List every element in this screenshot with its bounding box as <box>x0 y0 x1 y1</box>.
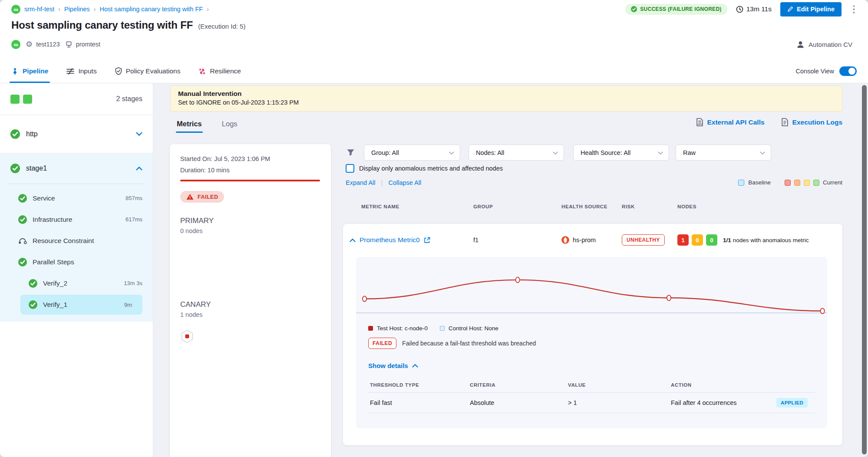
banner-message: Set to IGNORE on 05-Jul-2023 1:15:23 PM <box>178 99 835 106</box>
tab-resilience[interactable]: Resilience <box>198 59 241 83</box>
chart-legend: Test Host: c-node-0 Control Host: None <box>368 325 827 332</box>
execution-title-row: Host sampling canary testing with FF (Ex… <box>11 19 245 31</box>
test-host-swatch <box>368 326 373 331</box>
analysis-reason-row: FAILED Failed because a fail-fast thresh… <box>368 338 827 349</box>
column-header-risk: RISK <box>622 204 677 209</box>
breadcrumb-separator: › <box>58 6 60 13</box>
canary-node-hexagon[interactable] <box>180 329 320 345</box>
control-host-swatch <box>440 326 445 331</box>
clock-icon <box>736 6 743 13</box>
divider <box>9 184 144 184</box>
environment-icon <box>65 41 73 48</box>
svg-text:API: API <box>697 123 702 125</box>
current-swatch-red <box>785 180 791 186</box>
column-header-metric-name: METRIC NAME <box>361 204 473 209</box>
canary-group-label: CANARY <box>180 300 320 309</box>
more-options-icon[interactable] <box>850 4 858 14</box>
metric-table-header: METRIC NAME GROUP HEALTH SOURCE RISK NOD… <box>343 204 842 209</box>
chevron-up-icon[interactable] <box>136 164 142 172</box>
execution-id: (Execution Id: 5) <box>198 23 245 30</box>
divider: | <box>381 179 383 186</box>
unhealthy-node-count: 1 <box>677 234 689 246</box>
filter-funnel-icon[interactable] <box>347 148 355 157</box>
duration-label: Duration: 10 mins <box>180 167 320 174</box>
breadcrumb: ∞ srm-hf-test › Pipelines › Host samplin… <box>11 3 858 15</box>
collapse-all-link[interactable]: Collapse All <box>388 179 421 186</box>
threshold-details-table: THRESHOLD TYPE CRITERIA VALUE ACTION Fai… <box>368 382 815 413</box>
legend-control-host: Control Host: None <box>440 325 498 332</box>
console-view-control: Console View <box>796 66 857 76</box>
health-source-filter-dropdown[interactable]: Health Source: All <box>573 145 669 161</box>
sidebar-step-infrastructure[interactable]: Infrastructure 617ms <box>0 209 153 230</box>
verification-status-badge: FAILED <box>180 191 224 203</box>
external-link-icon[interactable] <box>424 237 430 243</box>
chevron-down-icon <box>658 149 663 156</box>
metric-row[interactable]: Prometheus Metric0 f1 hs-prom UNHEALTHY … <box>343 224 842 256</box>
tab-logs[interactable]: Logs <box>221 115 238 133</box>
breadcrumb-pipelines[interactable]: Pipelines <box>64 6 90 13</box>
group-filter-dropdown[interactable]: Group: All <box>364 145 460 161</box>
verification-panel-tabs: Metrics Logs <box>176 115 238 133</box>
expand-collapse-row: Expand All | Collapse All <box>346 179 421 186</box>
execution-content: Manual Intervention Set to IGNORE on 05-… <box>153 83 868 457</box>
sidebar-step-service[interactable]: Service 857ms <box>0 187 153 209</box>
gear-icon: ⚙ <box>26 40 33 48</box>
chevron-up-icon[interactable] <box>350 236 356 244</box>
page-title: Host sampling canary testing with FF <box>11 19 193 31</box>
legend-test-host: Test Host: c-node-0 <box>368 325 428 332</box>
stage-count-label: 2 stages <box>116 95 142 103</box>
sidebar-step-resource-constraint[interactable]: Resource Constraint <box>0 230 153 251</box>
page-header: ∞ srm-hf-test › Pipelines › Host samplin… <box>0 0 868 83</box>
chevron-down-icon <box>760 149 765 156</box>
anomalous-checkbox-label: Display only anomalous metrics and affec… <box>359 165 503 172</box>
service-chip[interactable]: ⚙ test1123 <box>26 40 60 48</box>
anomalous-checkbox[interactable] <box>346 164 354 173</box>
external-api-calls-link[interactable]: API External API Calls <box>696 118 765 126</box>
column-header-action: ACTION <box>671 382 815 388</box>
vertical-scrollbar[interactable] <box>862 85 867 454</box>
tab-policy-evaluations[interactable]: Policy Evaluations <box>115 59 181 83</box>
breadcrumb-pipeline[interactable]: Host sampling canary testing with FF <box>99 6 203 13</box>
triggered-by-user: Automation CV <box>796 40 852 49</box>
metric-analysis-panel: Test Host: c-node-0 Control Host: None F… <box>356 257 827 428</box>
tab-pipeline[interactable]: Pipeline <box>11 59 48 83</box>
tab-inputs[interactable]: Inputs <box>66 59 96 83</box>
column-header-value: VALUE <box>568 382 671 388</box>
show-details-toggle[interactable]: Show details <box>368 362 827 369</box>
sidebar-step-verify2[interactable]: Verify_2 13m 3s <box>0 273 153 294</box>
sidebar-step-parallel-steps[interactable]: Parallel Steps <box>0 251 153 273</box>
sidebar-step-verify1[interactable]: Verify_1 9m <box>20 295 142 315</box>
metric-name-link[interactable]: Prometheus Metric0 <box>360 236 420 244</box>
console-view-toggle[interactable] <box>839 66 857 76</box>
nodes-summary: 1/1nodes with anomalous metric <box>723 237 809 243</box>
success-check-icon <box>18 258 27 266</box>
panel-links: API External API Calls Execution Logs <box>696 118 843 126</box>
verification-summary-card: Started On: Jul 5, 2023 1:06 PM Duration… <box>170 144 331 457</box>
chevron-down-icon[interactable] <box>136 130 142 138</box>
sidebar-stage-stage1[interactable]: stage1 <box>0 153 153 184</box>
sidebar-stage-http[interactable]: http <box>0 115 153 153</box>
expand-all-link[interactable]: Expand All <box>346 179 376 186</box>
metric-line-chart[interactable] <box>356 258 827 319</box>
metric-name-cell: Prometheus Metric0 <box>350 236 473 244</box>
tab-metrics[interactable]: Metrics <box>176 115 203 133</box>
stage-summary-row: 2 stages <box>0 83 153 115</box>
threshold-table-header: THRESHOLD TYPE CRITERIA VALUE ACTION <box>368 382 815 388</box>
current-label: Current <box>823 179 842 186</box>
nodes-filter-dropdown[interactable]: Nodes: All <box>469 145 564 161</box>
status-badge: SUCCESS (FAILURE IGNORED) <box>625 4 727 15</box>
primary-group-label: PRIMARY <box>180 217 320 225</box>
metric-row-card: Prometheus Metric0 f1 hs-prom UNHEALTHY … <box>343 224 842 445</box>
current-swatch-yellow <box>804 180 810 186</box>
warning-triangle-icon <box>186 194 194 200</box>
environment-chip[interactable]: promtest <box>65 41 100 48</box>
chevron-up-icon <box>412 364 418 368</box>
applied-badge: APPLIED <box>776 398 808 408</box>
breadcrumb-project[interactable]: srm-hf-test <box>24 6 54 13</box>
view-mode-dropdown[interactable]: Raw <box>676 145 771 161</box>
edit-pipeline-button[interactable]: Edit Pipeline <box>780 2 842 16</box>
success-check-icon <box>29 300 37 309</box>
banner-title: Manual Intervention <box>178 90 835 98</box>
execution-logs-link[interactable]: Execution Logs <box>781 118 842 126</box>
threshold-type-value: Fail fast <box>370 399 470 406</box>
